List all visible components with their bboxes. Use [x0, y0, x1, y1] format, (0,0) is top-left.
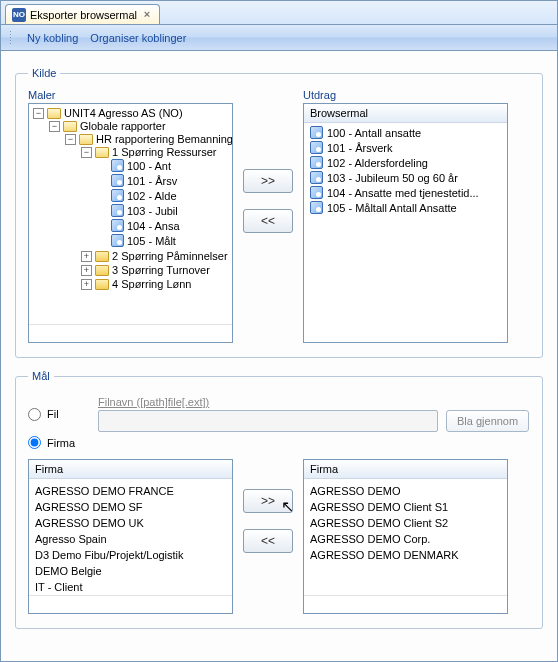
tree-query3[interactable]: + 3 Spørring Turnover [81, 264, 230, 276]
maler-scroll-x[interactable] [29, 324, 232, 342]
tree-report-item[interactable]: 103 - Jubil [97, 204, 230, 217]
utdrag-item-label: 103 - Jubileum 50 og 60 år [327, 172, 458, 184]
toolbar: Ny kobling Organiser koblinger [1, 25, 557, 51]
firma-left-scroll-x[interactable] [29, 595, 232, 613]
tree-label: 1 Spørring Ressurser [112, 146, 217, 158]
filnavn-label: Filnavn ([path]file[.ext]) [98, 396, 530, 408]
tree-label: UNIT4 Agresso AS (NO) [64, 107, 183, 119]
firma-item[interactable]: DEMO Belgie [35, 563, 226, 579]
tree-report-item[interactable]: 101 - Årsv [97, 174, 230, 187]
tree-report-item[interactable]: 105 - Målt [97, 234, 230, 247]
content-area: Kilde Maler − UNIT4 Agresso [1, 51, 557, 651]
report-icon [111, 234, 124, 247]
firma-right-pane: Firma AGRESSO DEMOAGRESSO DEMO Client S1… [303, 459, 508, 614]
add-to-utdrag-button[interactable]: >> [243, 169, 293, 193]
utdrag-item-label: 104 - Ansatte med tjenestetid... [327, 187, 479, 199]
tree-spacer [97, 220, 108, 231]
firma-item[interactable]: AGRESSO DEMO Client S2 [310, 515, 501, 531]
firma-left-header: Firma [29, 460, 232, 479]
tree-spacer [97, 235, 108, 246]
tree-root[interactable]: − UNIT4 Agresso AS (NO) [33, 107, 230, 119]
kilde-button-col: >> << [243, 89, 293, 233]
firma-item[interactable]: AGRESSO DEMO Corp. [310, 531, 501, 547]
firma-item[interactable]: AGRESSO DEMO DENMARK [310, 547, 501, 563]
utdrag-item[interactable]: 104 - Ansatte med tjenestetid... [306, 185, 505, 200]
app-icon: NO [12, 8, 26, 22]
tree-label: 100 - Ant [127, 160, 171, 172]
tree-report-item[interactable]: 100 - Ant [97, 159, 230, 172]
tree-label: 2 Spørring Påminnelser [112, 250, 228, 262]
tab-title: Eksporter browsermal [30, 9, 137, 21]
tree-report-item[interactable]: 104 - Ansa [97, 219, 230, 232]
report-icon [310, 126, 323, 139]
app-window: NO Eksporter browsermal × Ny kobling Org… [0, 0, 558, 662]
close-icon[interactable]: × [141, 9, 153, 21]
firma-right-scroll-x[interactable] [304, 595, 507, 613]
tree-hr-reporting[interactable]: − HR rapportering Bemanning [65, 133, 230, 145]
firma-left-list[interactable]: AGRESSO DEMO FRANCEAGRESSO DEMO SFAGRESS… [29, 479, 232, 595]
expand-icon[interactable]: + [81, 279, 92, 290]
firma-item[interactable]: AGRESSO DEMO UK [35, 515, 226, 531]
firma-right-list[interactable]: AGRESSO DEMOAGRESSO DEMO Client S1AGRESS… [304, 479, 507, 595]
utdrag-item[interactable]: 103 - Jubileum 50 og 60 år [306, 170, 505, 185]
utdrag-item[interactable]: 102 - Aldersfordeling [306, 155, 505, 170]
collapse-icon[interactable]: − [65, 134, 76, 145]
folder-icon [95, 265, 109, 276]
firma-right-header: Firma [304, 460, 507, 479]
firma-item[interactable]: AGRESSO DEMO Client S1 [310, 499, 501, 515]
collapse-icon[interactable]: − [49, 121, 60, 132]
tree-global-reports[interactable]: − Globale rapporter [49, 120, 230, 132]
report-icon [310, 186, 323, 199]
tree-label: 104 - Ansa [127, 220, 180, 232]
tree-label: 102 - Alde [127, 190, 177, 202]
tree-query2[interactable]: + 2 Spørring Påminnelser [81, 250, 230, 262]
filnavn-input[interactable] [98, 410, 438, 432]
tree-label: 103 - Jubil [127, 205, 178, 217]
tree-spacer [97, 175, 108, 186]
fil-radio[interactable] [28, 408, 41, 421]
fil-radio-label: Fil [47, 408, 59, 420]
tree-query1[interactable]: − 1 Spørring Ressurser [81, 146, 230, 158]
kilde-legend: Kilde [28, 67, 60, 79]
tree-query4[interactable]: + 4 Spørring Lønn [81, 278, 230, 290]
utdrag-item-label: 101 - Årsverk [327, 142, 392, 154]
tree-label: 105 - Målt [127, 235, 176, 247]
firma-button-col: >> << ↖ [243, 459, 293, 553]
folder-icon [79, 134, 93, 145]
tree-label: 101 - Årsv [127, 175, 177, 187]
tree-report-item[interactable]: 102 - Alde [97, 189, 230, 202]
maler-tree[interactable]: − UNIT4 Agresso AS (NO) − [29, 104, 232, 324]
tree-label: HR rapportering Bemanning [96, 133, 232, 145]
browse-button[interactable]: Bla gjennom [446, 410, 529, 432]
add-firma-button[interactable]: >> [243, 489, 293, 513]
expand-icon[interactable]: + [81, 251, 92, 262]
firma-item[interactable]: AGRESSO DEMO SF [35, 499, 226, 515]
utdrag-list[interactable]: 100 - Antall ansatte101 - Årsverk102 - A… [304, 123, 507, 342]
tree-label: Globale rapporter [80, 120, 166, 132]
report-icon [111, 219, 124, 232]
folder-icon [95, 279, 109, 290]
utdrag-item[interactable]: 105 - Måltall Antall Ansatte [306, 200, 505, 215]
report-icon [111, 174, 124, 187]
tree-spacer [97, 160, 108, 171]
utdrag-item-label: 100 - Antall ansatte [327, 127, 421, 139]
firma-item[interactable]: IT - Client [35, 579, 226, 595]
firma-item[interactable]: D3 Demo Fibu/Projekt/Logistik [35, 547, 226, 563]
new-link-button[interactable]: Ny kobling [27, 32, 78, 44]
firma-radio[interactable] [28, 436, 41, 449]
expand-icon[interactable]: + [81, 265, 92, 276]
utdrag-item[interactable]: 100 - Antall ansatte [306, 125, 505, 140]
mal-legend: Mål [28, 370, 54, 382]
tab-eksporter[interactable]: NO Eksporter browsermal × [5, 4, 160, 24]
firma-item[interactable]: AGRESSO DEMO [310, 483, 501, 499]
remove-from-utdrag-button[interactable]: << [243, 209, 293, 233]
utdrag-item[interactable]: 101 - Årsverk [306, 140, 505, 155]
organize-links-button[interactable]: Organiser koblinger [90, 32, 186, 44]
firma-item[interactable]: Agresso Spain [35, 531, 226, 547]
remove-firma-button[interactable]: << [243, 529, 293, 553]
firma-item[interactable]: AGRESSO DEMO FRANCE [35, 483, 226, 499]
tree-spacer [97, 190, 108, 201]
collapse-icon[interactable]: − [33, 108, 44, 119]
report-icon [310, 201, 323, 214]
collapse-icon[interactable]: − [81, 147, 92, 158]
